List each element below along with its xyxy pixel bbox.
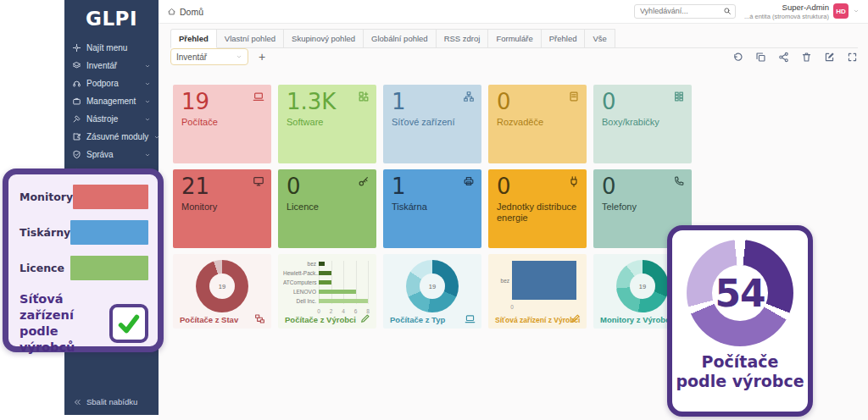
user-menu[interactable]: Super-Admin ...á entita (stromová strukt… (744, 3, 860, 19)
chart-title: Síťová zařízení z Výrobci (495, 316, 580, 324)
sidebar-item-label: Správa (86, 150, 114, 159)
chart-pocitace-z-typ[interactable]: 19 Počítače z Typ (383, 254, 481, 329)
chevron-down-icon (853, 8, 860, 14)
dashboard-toolbar: Inventář + (170, 47, 858, 66)
sidebar-item-plugins[interactable]: Zásuvné moduly (64, 128, 159, 146)
card-boxy-krabicky[interactable]: 0 Boxy/krabičky (593, 85, 692, 163)
donut-hole: 19 (630, 274, 655, 299)
score-caption-line2: podle výrobce (676, 372, 804, 391)
card-label: Licence (287, 202, 368, 213)
tab-vlastni-pohled[interactable]: Vlastní pohled (217, 29, 284, 48)
card-licence[interactable]: 0 Licence (278, 169, 376, 248)
tab-formulare[interactable]: Formuláře (488, 29, 541, 48)
search-icon[interactable] (723, 7, 732, 15)
collapse-menu-label: Sbalit nabídku (86, 397, 137, 406)
legend-label: Monitory (19, 191, 73, 203)
legend-swatch-monitory (73, 185, 148, 209)
donut-chart: 19 (616, 260, 669, 312)
edit-icon[interactable] (824, 52, 835, 63)
trash-icon[interactable] (801, 52, 812, 63)
sidebar-item-label: Nástroje (86, 114, 118, 124)
card-label: Boxy/krabičky (602, 117, 683, 128)
card-jednotky-distribuce[interactable]: 0 Jednotky distribuce energie (488, 169, 587, 248)
card-label: Rozvaděče (497, 117, 578, 128)
sidebar-item-tools[interactable]: Nástroje (64, 110, 159, 128)
chevron-down-icon (144, 98, 151, 105)
card-tiskarna[interactable]: 1 Tiskárna (383, 169, 481, 248)
boxes-icon (673, 91, 685, 102)
sidebar-item-management[interactable]: Management (64, 92, 159, 110)
card-label: Síťové zařízení (392, 117, 473, 128)
history-icon[interactable] (732, 52, 743, 63)
sidebar-item-find-menu[interactable]: Najít menu (64, 39, 159, 57)
card-label: Software (287, 117, 368, 128)
pencil-icon (359, 313, 370, 324)
score-caption: Počítače podle výrobce (676, 352, 804, 391)
chevron-down-icon (236, 53, 242, 60)
dashboard-selector[interactable]: Inventář (170, 48, 248, 65)
clone-icon[interactable] (755, 52, 766, 63)
card-software[interactable]: 1.3K Software (278, 85, 376, 163)
plug-icon (568, 175, 580, 187)
legend-row-tiskarny: Tiskárny (19, 220, 148, 245)
chart-pocitace-z-stav[interactable]: 19 Počítače z Stav (173, 254, 271, 329)
search-input[interactable] (640, 7, 720, 15)
card-value: 0 (287, 175, 368, 198)
topbar: Domů Super-Admin ...á entita (stromová s… (159, 0, 868, 24)
avatar[interactable]: HD (833, 3, 849, 19)
tab-prehled[interactable]: Přehled (170, 29, 217, 48)
card-rozvadece[interactable]: 0 Rozvaděče (488, 85, 587, 163)
management-icon (72, 97, 81, 106)
tab-prehled-2[interactable]: Přehled (542, 29, 586, 48)
card-value: 1.3K (287, 91, 368, 113)
card-pocitace[interactable]: 19 Počítače (173, 85, 271, 163)
fullscreen-icon[interactable] (847, 52, 858, 63)
status-icon (254, 313, 265, 324)
user-entity: ...á entita (stromová struktura) (744, 13, 829, 20)
chart-sitova-zarizeni-z-vyrobci[interactable]: bez0 Síťová zařízení z Výrobci (488, 254, 587, 329)
home-icon (167, 7, 176, 16)
chevron-down-icon (153, 134, 160, 141)
support-icon (72, 79, 81, 88)
tab-globalni-pohled[interactable]: Globální pohled (364, 29, 437, 48)
tab-skupinovy-pohled[interactable]: Skupinový pohled (284, 29, 364, 48)
add-dashboard-button[interactable]: + (259, 51, 265, 63)
collapse-menu-button[interactable]: Sbalit nabídku (73, 397, 137, 406)
sidebar-item-label: Podpora (86, 79, 119, 88)
breadcrumb[interactable]: Domů (167, 7, 203, 17)
share-icon[interactable] (778, 52, 789, 63)
tab-vse[interactable]: Vše (585, 29, 615, 48)
bar-chart: bez0 (493, 261, 581, 311)
card-value: 19 (181, 91, 263, 113)
inventory-icon (72, 61, 81, 70)
sidebar-item-label: Zásuvné moduly (86, 132, 148, 141)
admin-icon (72, 150, 81, 159)
sidebar-menu: Najít menu Inventář Podpora Management N… (64, 39, 159, 181)
donut-hole: 19 (209, 274, 235, 299)
sidebar-item-label: Management (86, 97, 136, 106)
card-sitove-zarizeni[interactable]: 1 Síťové zařízení (383, 85, 481, 163)
user-text: Super-Admin ...á entita (stromová strukt… (744, 3, 829, 19)
chart-pocitace-z-vyrobci[interactable]: bezHewlett-Pack...ATComputersLENOVODell … (278, 254, 376, 329)
card-value: 0 (602, 91, 683, 113)
legend-caption-line1: Síťová zařízení (19, 291, 108, 323)
card-label: Telefony (602, 202, 683, 213)
sidebar-item-inventory[interactable]: Inventář (64, 57, 159, 75)
score-donut-chart: 54 (687, 240, 793, 346)
donut-center-value: 19 (429, 283, 436, 290)
tab-bar: Přehled Vlastní pohled Skupinový pohled … (170, 29, 858, 48)
dashboard-grid: 19 Počítače 1.3K Software 1 Síťové zaříz… (173, 85, 695, 330)
sidebar-item-admin[interactable]: Správa (64, 146, 159, 163)
rack-icon (568, 91, 580, 102)
glpi-logo[interactable]: GLPI (64, 0, 159, 36)
tab-rss-zdroj[interactable]: RSS zdroj (437, 29, 489, 48)
sidebar-item-label: Najít menu (86, 43, 127, 52)
chevron-down-icon (144, 63, 151, 69)
card-monitory[interactable]: 21 Monitory (173, 169, 271, 248)
laptop-icon (465, 313, 476, 324)
sidebar-item-support[interactable]: Podpora (64, 75, 159, 92)
donut-center-value: 19 (639, 283, 646, 290)
card-value: 0 (602, 175, 683, 198)
donut-chart: 19 (196, 260, 248, 312)
chevron-down-icon (144, 80, 151, 87)
